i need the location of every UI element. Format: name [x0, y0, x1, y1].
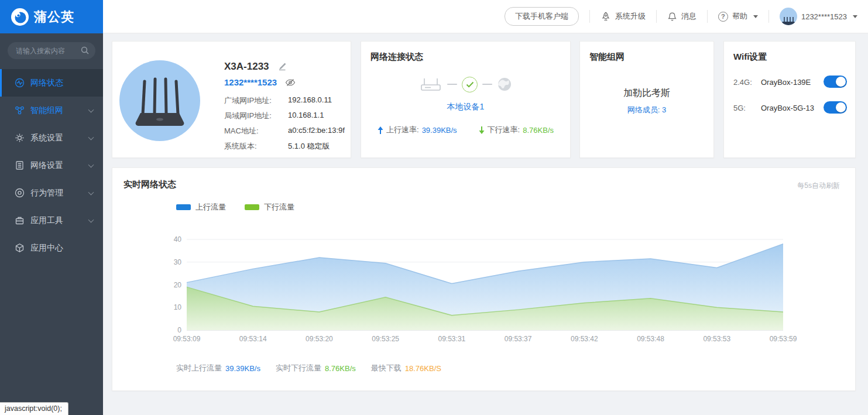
- arrow-up-icon: [378, 126, 383, 134]
- stat-upload: 实时上行流量 39.39KB/s: [176, 363, 260, 373]
- gear-icon: [15, 133, 25, 143]
- chart-title: 实时网络状态: [123, 179, 176, 190]
- card-title: 网络连接状态: [370, 52, 561, 63]
- sidebar-item-label: 应用工具: [30, 215, 63, 226]
- router-photo: [119, 60, 200, 141]
- brand-name: 蒲公英: [34, 8, 74, 26]
- browser-status-text: javascript:void(0);: [0, 402, 68, 415]
- device-model: X3A-1233: [224, 61, 269, 73]
- refresh-note: 每5s自动刷新: [797, 181, 840, 191]
- network-members-link[interactable]: 网络成员: 3: [589, 105, 704, 115]
- wifi-5g-toggle[interactable]: [824, 101, 847, 114]
- device-detail-list: 广域网IP地址: 192.168.0.11 局域网IP地址: 10.168.1.…: [224, 95, 345, 152]
- sidebar-item-network-status[interactable]: 网络状态: [0, 69, 103, 97]
- sidebar-item-label: 应用中心: [30, 243, 63, 253]
- local-device-link[interactable]: 本地设备1: [370, 102, 561, 112]
- smart-networking-card: 智能组网 加勒比考斯 网络成员: 3: [579, 41, 714, 158]
- chevron-down-icon: [88, 107, 94, 112]
- header-divider: [589, 10, 590, 23]
- mesh-network-name: 加勒比考斯: [589, 87, 704, 100]
- caret-down-icon: [853, 15, 857, 18]
- sidebar-item-label: 网络设置: [30, 160, 63, 171]
- header-divider: [768, 10, 769, 23]
- device-sn: 1232****1523: [224, 77, 277, 87]
- wan-ip: 192.168.0.11: [288, 95, 345, 106]
- svg-text:09:53:53: 09:53:53: [703, 335, 730, 343]
- account-id: 1232****1523: [801, 12, 847, 21]
- sidebar-item-app-tools[interactable]: 应用工具: [0, 207, 103, 234]
- upload-speed: 上行速率: 39.39KB/s: [378, 125, 457, 135]
- top-header: 下载手机客户端 系统升级 消息 ? 帮助 1232****15: [103, 0, 868, 33]
- edit-pencil-icon[interactable]: [277, 62, 287, 71]
- search-icon[interactable]: [80, 46, 90, 55]
- globe-icon: [497, 77, 512, 92]
- legend-upload[interactable]: 上行流量: [176, 202, 226, 212]
- chevron-down-icon: [88, 217, 94, 222]
- messages-button[interactable]: 消息: [667, 11, 697, 22]
- chart-stats: 实时上行流量 39.39KB/s 实时下行流量 8.76KB/s 最快下载 18…: [176, 363, 441, 373]
- download-client-button[interactable]: 下载手机客户端: [505, 7, 579, 26]
- chevron-down-icon: [88, 162, 94, 167]
- header-divider: [707, 10, 708, 23]
- svg-text:09:53:25: 09:53:25: [372, 335, 399, 343]
- svg-text:10: 10: [174, 303, 182, 311]
- svg-text:09:53:37: 09:53:37: [505, 335, 532, 343]
- sidebar-item-behavior-management[interactable]: 行为管理: [0, 179, 103, 207]
- svg-text:09:53:09: 09:53:09: [173, 335, 201, 343]
- router-icon: [419, 76, 442, 93]
- bell-icon: [667, 12, 677, 22]
- svg-text:30: 30: [174, 258, 182, 266]
- help-menu[interactable]: ? 帮助: [718, 11, 758, 22]
- svg-text:20: 20: [174, 281, 182, 289]
- svg-text:09:53:20: 09:53:20: [306, 335, 333, 343]
- svg-text:09:53:59: 09:53:59: [770, 335, 797, 343]
- chart-legend: 上行流量 下行流量: [176, 202, 294, 212]
- target-icon: [15, 188, 25, 198]
- lan-ip: 10.168.1.1: [288, 111, 345, 121]
- legend-swatch-blue: [176, 204, 191, 210]
- chevron-down-icon: [88, 189, 94, 195]
- mesh-network-icon: [15, 105, 25, 115]
- connection-status-card: 网络连接状态 本地设备1 上行速率: 39.39KB/s 下行速: [361, 41, 571, 158]
- legend-swatch-green: [245, 204, 259, 210]
- stat-fastest: 最快下载 18.76KB/S: [371, 363, 441, 373]
- toolbox-icon: [15, 215, 25, 225]
- eye-off-icon[interactable]: [285, 78, 296, 87]
- svg-text:0: 0: [177, 326, 181, 334]
- link-dash: [482, 84, 492, 85]
- sidebar-search: [8, 42, 95, 59]
- sidebar-item-network-settings[interactable]: 网络设置: [0, 152, 103, 179]
- firmware-version: 5.1.0 稳定版: [288, 141, 345, 152]
- sidebar-item-smart-networking[interactable]: 智能组网: [0, 97, 103, 124]
- header-divider: [656, 10, 657, 23]
- account-menu[interactable]: 1232****1523: [780, 8, 857, 25]
- sidebar-item-label: 行为管理: [30, 188, 63, 198]
- chevron-down-icon: [88, 134, 94, 140]
- rocket-icon: [601, 11, 611, 22]
- download-speed: 下行速率: 8.76KB/s: [479, 125, 554, 135]
- card-title: 智能组网: [589, 52, 704, 63]
- cube-icon: [15, 243, 25, 253]
- svg-text:09:53:48: 09:53:48: [637, 335, 664, 343]
- mac-address: a0:c5:f2:be:13:9f: [288, 126, 345, 136]
- document-icon: [15, 160, 25, 170]
- network-status-icon: [15, 78, 25, 88]
- stat-download: 实时下行流量 8.76KB/s: [276, 363, 356, 373]
- sidebar-item-system-settings[interactable]: 系统设置: [0, 124, 103, 152]
- system-upgrade-button[interactable]: 系统升级: [601, 11, 646, 22]
- legend-download[interactable]: 下行流量: [245, 202, 294, 212]
- wifi-row-24g: 2.4G: OrayBox-139E: [733, 76, 846, 88]
- svg-text:09:53:42: 09:53:42: [571, 335, 598, 343]
- arrow-down-icon: [479, 126, 485, 134]
- card-title: Wifi设置: [733, 52, 846, 63]
- sidebar: 蒲公英 网络状态 智能组网: [0, 0, 103, 415]
- router-avatar: [780, 8, 797, 25]
- dandelion-logo-icon: [11, 8, 29, 26]
- device-info-card: X3A-1233 1232****1523 广域网IP地址: 192.168.0…: [112, 41, 351, 158]
- wifi-24g-toggle[interactable]: [824, 76, 847, 88]
- sidebar-item-app-center[interactable]: 应用中心: [0, 234, 103, 262]
- connection-diagram: [370, 76, 561, 93]
- ssid-24g: OrayBox-139E: [761, 78, 826, 87]
- brand-logo[interactable]: 蒲公英: [0, 0, 103, 33]
- svg-text:40: 40: [174, 235, 182, 243]
